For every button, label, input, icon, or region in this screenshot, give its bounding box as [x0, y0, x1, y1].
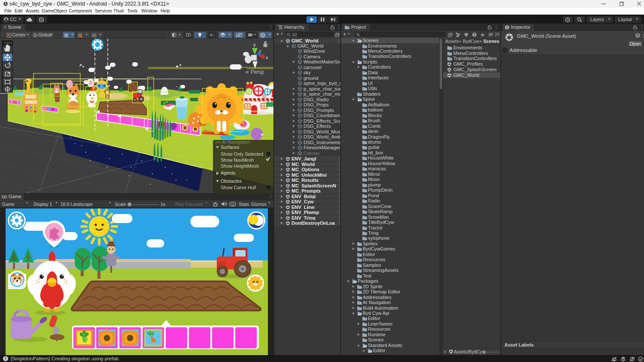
svg-text:Show Carve Hull: Show Carve Hull — [221, 185, 256, 190]
svg-text:x: x — [266, 55, 268, 60]
svg-text:y: y — [253, 42, 256, 47]
svg-text:Show HeightMesh: Show HeightMesh — [221, 163, 259, 169]
svg-text:Obstacles: Obstacles — [221, 178, 242, 184]
svg-text:Show Only Selected: Show Only Selected — [221, 151, 263, 157]
svg-text:⋖ Persp: ⋖ Persp — [245, 69, 264, 75]
svg-text:Surfaces: Surfaces — [221, 145, 240, 150]
svg-text:z: z — [259, 49, 261, 53]
svg-text:Agents: Agents — [221, 170, 236, 175]
svg-text:AI Navigation: AI Navigation — [222, 139, 250, 145]
svg-text:Y: Y — [67, 35, 69, 38]
svg-text:Show NavMesh: Show NavMesh — [221, 157, 254, 163]
